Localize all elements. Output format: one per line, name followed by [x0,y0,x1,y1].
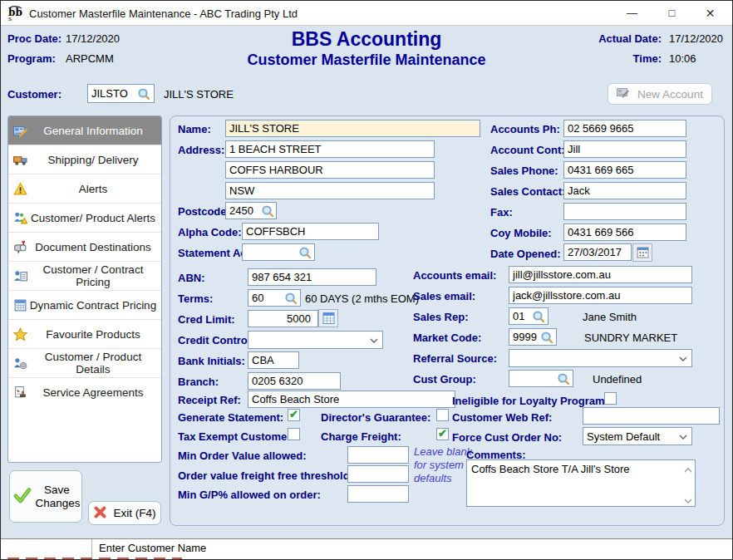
sidebar-item-general-information[interactable]: General Information [8,116,161,145]
comments-field: Coffs Beach Store T/A Jill's Store [466,459,696,507]
exit-x-icon [93,505,107,522]
sidebar-item-customer-product-alerts[interactable]: Customer/ Product Alerts [8,204,161,233]
customer-label: Customer: [7,88,61,101]
directors-guarantee-checkbox[interactable] [436,409,449,421]
sidebar-item-label: Alerts [28,183,158,195]
sidebar-item-dynamic-contract-pricing[interactable]: Dynamic Contract Pricing [8,291,161,320]
sidebar-item-label: Shipping/ Delivery [28,154,158,166]
branch-input[interactable] [248,372,341,390]
cred-limit-calculator-icon[interactable] [318,309,338,327]
svg-text:s: s [8,15,12,22]
fax-input[interactable] [563,203,686,220]
referral-source-dropdown[interactable] [509,349,692,367]
bank-initials-label: Bank Initials: [178,355,245,367]
bank-initials-input[interactable] [248,351,299,369]
receipt-ref-input[interactable] [248,391,455,408]
exit-button[interactable]: Exit (F4) [88,501,161,525]
cust-group-search-icon[interactable] [557,372,570,386]
sidebar-nav: General Information Shipping/ Delivery A… [7,115,162,463]
address-line3-input[interactable] [225,182,435,199]
sales-rep-search-icon[interactable] [532,310,545,323]
page-title: BBS Accounting Customer Masterfile Maint… [200,28,533,70]
accounts-ph-input[interactable] [563,120,686,137]
customer-web-ref-input[interactable] [583,407,720,425]
new-account-button[interactable]: New Account [608,83,712,105]
freight-free-threshold-input[interactable] [347,465,409,483]
ineligible-loyalty-label: Ineligible for Loyalty Program: [452,395,608,407]
branch-label: Branch: [178,376,219,388]
time-value: 10:06 [669,52,696,65]
address-line1-input[interactable] [225,140,435,158]
charge-freight-label: Charge Freight: [321,430,401,443]
force-cust-order-dropdown[interactable]: System Default [583,427,692,445]
agreement-stamp-icon [13,386,28,400]
minimize-button[interactable]: — [613,1,651,25]
name-label: Name: [178,123,211,135]
scroll-down-icon[interactable] [683,494,693,503]
statement-acc-search-icon[interactable] [298,246,312,259]
date-opened-calendar-icon[interactable] [632,243,652,262]
alpha-code-label: Alpha Code: [178,226,242,238]
market-code-search-icon[interactable] [540,331,553,344]
abn-label: ABN: [178,272,205,284]
sales-rep-label: Sales Rep: [413,311,468,323]
accounts-email-input[interactable] [509,266,692,283]
sales-rep-name: Jane Smith [583,311,637,323]
sales-phone-label: Sales Phone: [490,165,558,177]
coy-mobile-input[interactable] [563,224,686,241]
abn-input[interactable] [248,268,376,286]
force-cust-order-value: System Default [587,430,678,443]
address-line2-input[interactable] [225,161,435,179]
close-button[interactable]: ✕ [691,1,729,25]
sidebar-item-label: Favourite Products [28,328,158,341]
sidebar-item-customer-product-details[interactable]: Customer / Product Details [8,349,161,378]
terms-search-icon[interactable] [284,292,298,305]
min-gp-input[interactable] [347,485,409,503]
sidebar-item-service-agreements[interactable]: Service Agreements [8,378,161,407]
chevron-down-icon [678,430,688,443]
date-opened-input[interactable] [563,243,632,261]
tax-exempt-checkbox[interactable] [288,428,300,440]
sidebar-item-favourite-products[interactable]: Favourite Products [8,320,161,349]
cust-group-label: Cust Group: [413,373,476,386]
maximize-button[interactable]: □ [653,1,691,25]
sidebar-item-document-destinations[interactable]: Document Destinations [8,233,161,262]
status-bar: Enter Customer Name [1,538,733,557]
chevron-down-icon [369,334,379,346]
person-contract-icon [13,269,28,283]
generate-statement-checkbox[interactable] [288,409,300,421]
charge-freight-checkbox[interactable] [436,428,449,440]
coy-mobile-label: Coy Mobile: [490,227,552,239]
sales-email-input[interactable] [509,287,692,304]
credit-control-dropdown[interactable] [248,331,383,349]
sales-contact-input[interactable] [563,182,686,199]
terms-label: Terms: [178,292,213,305]
credit-control-label: Credit Control: [178,334,254,346]
cred-limit-input[interactable] [248,310,318,327]
sidebar-item-shipping-delivery[interactable]: Shipping/ Delivery [8,145,161,174]
proc-date-label: Proc Date: [7,32,61,45]
scroll-up-icon[interactable] [683,464,693,472]
address-label: Address: [178,144,224,156]
sidebar-item-label: Service Agreements [28,386,158,399]
sidebar-item-customer-contract-pricing[interactable]: Customer / Contract Pricing [8,262,161,291]
comments-textarea[interactable]: Coffs Beach Store T/A Jill's Store [466,459,696,507]
tax-exempt-label: Tax Exempt Customer: [178,430,295,443]
customer-search-icon[interactable] [137,87,150,101]
save-changes-button[interactable]: Save Changes [9,470,82,523]
generate-statement-label: Generate Statement: [178,411,283,424]
alpha-code-input[interactable] [242,223,379,240]
person-gear-icon [13,356,28,371]
sidebar-item-label: Document Destinations [28,241,158,253]
ineligible-loyalty-checkbox[interactable] [604,392,617,405]
postcode-search-icon[interactable] [261,204,274,218]
star-icon [13,327,28,341]
min-order-value-input[interactable] [347,446,409,464]
actual-date-label: Actual Date: [593,32,662,45]
account-cont-input[interactable] [563,140,686,158]
sales-phone-input[interactable] [563,161,686,179]
save-check-icon [13,486,32,507]
name-input[interactable] [225,120,480,137]
sidebar-item-label: Dynamic Contract Pricing [28,299,158,312]
sidebar-item-alerts[interactable]: Alerts [8,174,161,204]
